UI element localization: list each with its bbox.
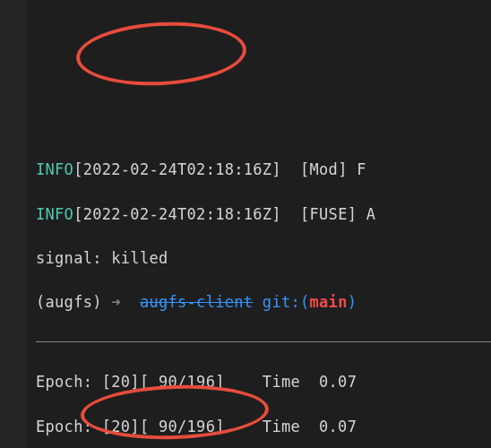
- git-label: git:(: [263, 293, 310, 311]
- prompt-env: (augfs): [36, 293, 111, 311]
- divider: [36, 341, 491, 342]
- terminal-content: INFO[2022-02-24T02:18:16Z] [Mod] F INFO[…: [36, 137, 491, 448]
- prompt-dir: augfs-client: [140, 293, 253, 311]
- log-tail: F: [357, 160, 366, 178]
- epoch-line: Epoch: [20][ 90/196] Time 0.07: [36, 416, 491, 438]
- git-close: ): [348, 293, 357, 311]
- log-level: INFO: [36, 205, 73, 223]
- prompt-arrow: ➜: [111, 293, 140, 311]
- log-level: INFO: [36, 160, 73, 178]
- annotation-circle-1: [74, 18, 247, 90]
- log-ts: [2022-02-24T02:18:16Z]: [73, 160, 281, 178]
- line-gutter: [0, 0, 27, 448]
- log-tail: A: [366, 205, 376, 223]
- log-line-2: INFO[2022-02-24T02:18:16Z] [FUSE] A: [36, 203, 491, 226]
- git-branch: main: [310, 293, 348, 311]
- log-line-1: INFO[2022-02-24T02:18:16Z] [Mod] F: [36, 159, 491, 181]
- signal-text: signal: killed: [36, 249, 168, 267]
- epoch-line: Epoch: [20][ 90/196] Time 0.07: [36, 371, 491, 393]
- log-ts: [2022-02-24T02:18:16Z]: [73, 205, 281, 223]
- signal-line: signal: killed: [36, 247, 491, 270]
- log-mod: [Mod]: [300, 160, 348, 178]
- prompt-line-1[interactable]: (augfs) ➜ augfs-client git:(main): [36, 291, 491, 314]
- log-mod: [FUSE]: [300, 205, 357, 223]
